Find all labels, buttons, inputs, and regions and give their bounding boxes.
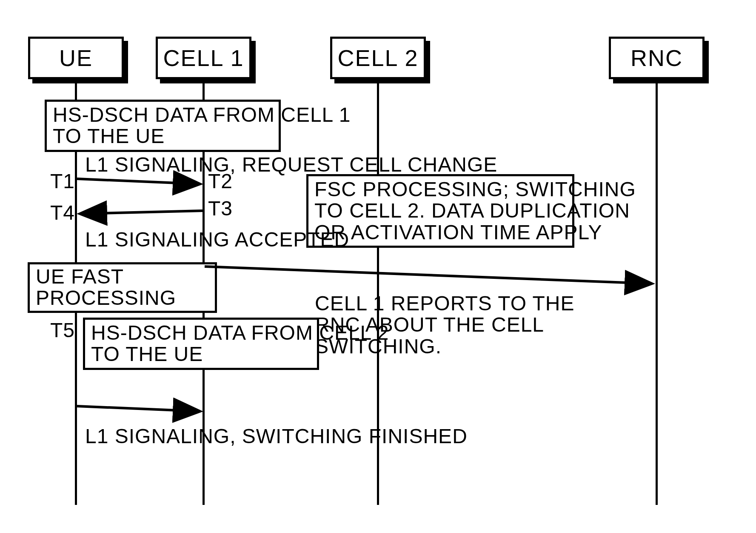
sequence-diagram: UE CELL 1 CELL 2 RNC HS-DSCH DATA FROM C… xyxy=(0,0,756,533)
t5-mark: T5 xyxy=(50,318,75,342)
msg-request-label: L1 SIGNALING, REQUEST CELL CHANGE xyxy=(85,154,497,175)
note-ue-fast: UE FAST PROCESSING xyxy=(28,262,217,313)
note-hs-from-cell2: HS-DSCH DATA FROM CELL 2 TO THE UE xyxy=(83,318,319,370)
arrow-accepted xyxy=(82,211,203,214)
cell2-head: CELL 2 xyxy=(330,37,426,79)
cell1-head: CELL 1 xyxy=(156,37,251,79)
rnc-head: RNC xyxy=(609,37,705,79)
cell2-head-label: CELL 2 xyxy=(337,45,418,71)
arrow-request xyxy=(77,179,198,184)
t4-mark: T4 xyxy=(50,201,75,224)
note-hs-from-cell1-text: HS-DSCH DATA FROM CELL 1 TO THE UE xyxy=(53,103,351,147)
rnc-head-label: RNC xyxy=(630,45,683,71)
cell1-head-label: CELL 1 xyxy=(163,45,244,71)
note-hs-from-cell1: HS-DSCH DATA FROM CELL 1 TO THE UE xyxy=(45,100,281,152)
rnc-lifeline xyxy=(656,79,658,505)
t1-mark: T1 xyxy=(50,169,75,193)
t2-mark: T2 xyxy=(208,169,233,193)
ue-head-label: UE xyxy=(59,45,93,71)
msg-accepted-label: L1 SIGNALING ACCEPTED xyxy=(85,229,349,250)
ue-head: UE xyxy=(28,37,124,79)
note-ue-fast-text: UE FAST PROCESSING xyxy=(36,265,176,309)
msg-finished-label: L1 SIGNALING, SWITCHING FINISHED xyxy=(85,426,468,447)
arrow-finished xyxy=(77,406,198,411)
note-fsc-text: FSC PROCESSING; SWITCHING TO CELL 2. DAT… xyxy=(314,178,636,244)
t3-mark: T3 xyxy=(208,197,233,220)
arrow-report xyxy=(205,266,650,284)
note-hs-from-cell2-text: HS-DSCH DATA FROM CELL 2 TO THE UE xyxy=(91,321,389,365)
